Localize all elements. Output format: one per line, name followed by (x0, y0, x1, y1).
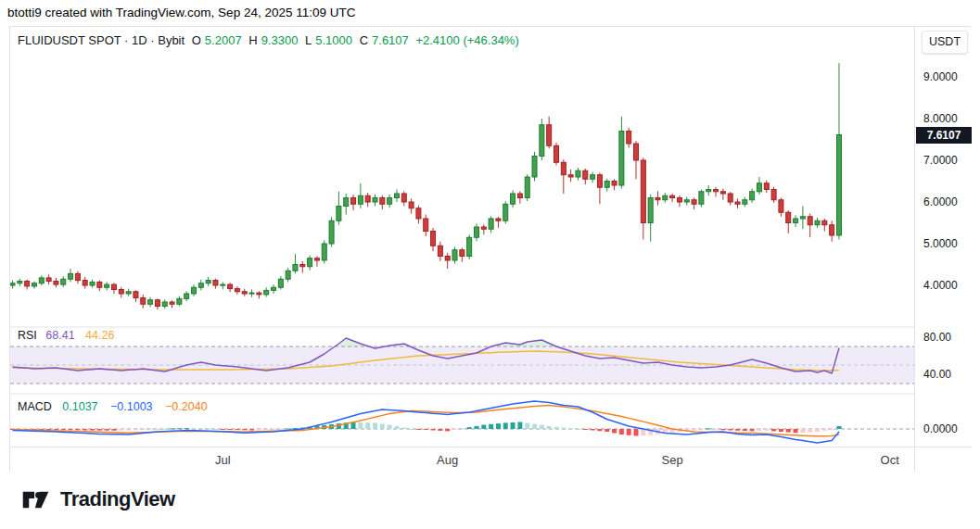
price-tick-7.0000: 7.0000 (923, 153, 958, 168)
candle-body (286, 271, 290, 279)
candle-body (786, 212, 791, 222)
macd-hist-bar (612, 429, 617, 434)
candle-body (750, 192, 755, 200)
candle-body (460, 250, 465, 257)
close-label: C (360, 33, 368, 47)
candle-body (46, 278, 51, 282)
macd-hist-bar (278, 429, 283, 430)
candle-body (764, 183, 769, 190)
candle-body (830, 225, 834, 235)
candle-body (185, 294, 189, 298)
candle-body (97, 282, 102, 287)
candle-body (808, 217, 812, 225)
symbol-legend[interactable]: FLUIDUSDT SPOT · 1D · Bybit O5.2007 H9.3… (18, 33, 523, 47)
price-axis[interactable]: USDT 9.00008.00007.00006.00005.00004.000… (914, 27, 972, 447)
rsi-legend[interactable]: RSI 68.41 44.26 (18, 329, 114, 342)
candle-body (401, 194, 406, 202)
macd-hist-bar (771, 429, 776, 431)
open-label: O (192, 33, 201, 47)
macd-hist-bar (170, 428, 174, 429)
candle-body (634, 144, 639, 160)
macd-title: MACD (18, 400, 52, 413)
candle-body (170, 302, 174, 304)
macd-hist-bar (591, 429, 595, 431)
rsi-tick-40.00: 40.00 (923, 367, 951, 382)
candle-body (249, 293, 254, 294)
candle-body (388, 198, 392, 205)
macd-hist-bar (228, 429, 233, 430)
candle-body (69, 273, 73, 279)
macd-hist-bar (409, 429, 414, 430)
high-value: 9.3300 (261, 33, 299, 47)
time-axis-label-Oct: Oct (881, 453, 899, 467)
rsi-value: 68.41 (45, 329, 74, 342)
candle-body (61, 279, 66, 284)
low-value: 5.1000 (315, 33, 352, 47)
candle-body (409, 202, 414, 208)
macd-hist-bar (257, 429, 261, 430)
candle-body (242, 292, 247, 294)
tradingview-logo-text[interactable]: TradingView (60, 487, 175, 511)
time-axis-label-Sep: Sep (662, 453, 683, 467)
candle-body (228, 284, 233, 289)
candle-body (714, 190, 719, 192)
candle-body (735, 202, 740, 204)
macd-hist-bar (148, 429, 153, 430)
candle-body (373, 198, 377, 203)
candle-body (105, 284, 109, 287)
macd-hist-bar (54, 429, 58, 430)
macd-hist-bar (808, 429, 812, 433)
candle-body (597, 175, 602, 188)
candle-body (293, 265, 298, 271)
macd-hist-bar (706, 428, 711, 429)
candle-body (648, 198, 653, 223)
candle-body (554, 145, 559, 162)
candle-body (728, 194, 732, 202)
candle-body (771, 190, 776, 200)
candle-body (503, 204, 508, 220)
chart-canvas[interactable] (10, 27, 914, 447)
macd-hist-bar (532, 424, 537, 429)
candle-body (380, 198, 385, 205)
candle-body (365, 195, 370, 202)
candle-body (83, 281, 87, 285)
macd-hist-bar (394, 426, 399, 429)
currency-toggle-button[interactable]: USDT (922, 31, 968, 54)
candle-body (619, 132, 624, 186)
macd-hist-bar (365, 422, 370, 429)
symbol-title[interactable]: FLUIDUSDT SPOT · 1D · Bybit (18, 33, 185, 47)
candle-body (670, 195, 675, 197)
macd-hist-bar (445, 429, 450, 431)
macd-hist-bar (597, 429, 602, 431)
macd-hist-bar (511, 422, 515, 429)
macd-hist-bar (75, 429, 80, 430)
candle-body (431, 232, 436, 246)
macd-hist-bar (198, 428, 203, 429)
candle-body (10, 283, 15, 285)
macd-hist-bar (699, 429, 704, 430)
candle-body (720, 192, 725, 194)
macd-hist-bar (192, 428, 197, 429)
macd-hist-bar (474, 426, 478, 429)
macd-hist-bar (481, 425, 486, 430)
macd-hist-bar (540, 425, 544, 429)
candle-body (206, 281, 210, 283)
candle-body (344, 198, 349, 207)
open-value: 5.2007 (205, 33, 242, 47)
candle-body (794, 219, 798, 223)
macd-hist-bar (141, 429, 146, 430)
macd-hist-bar (757, 429, 761, 431)
macd-hist-bar (90, 429, 95, 431)
time-axis[interactable]: JulAugSepOct (10, 447, 914, 472)
candle-body (18, 282, 22, 283)
macd-hist-bar (576, 429, 580, 430)
candle-body (192, 287, 197, 294)
candle-body (416, 208, 421, 219)
macd-hist-bar (489, 424, 493, 429)
tradingview-logo-icon[interactable] (22, 489, 52, 510)
candle-body (337, 207, 341, 221)
macd-legend[interactable]: MACD 0.1037 −0.1003 −0.2040 (18, 400, 208, 413)
last-price-badge: 7.6107 (916, 127, 972, 144)
candle-body (32, 283, 36, 286)
candle-body (627, 132, 631, 145)
